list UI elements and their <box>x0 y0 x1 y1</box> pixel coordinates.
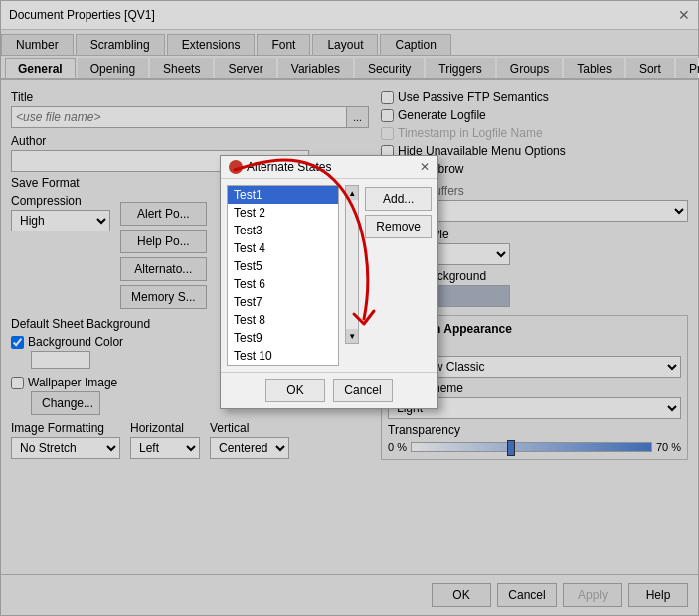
list-item-test8[interactable]: Test 8 <box>228 311 338 329</box>
dialog-footer: OK Cancel <box>221 372 437 408</box>
dialog-ok-button[interactable]: OK <box>265 379 325 402</box>
list-item-test5[interactable]: Test5 <box>228 257 338 275</box>
main-window: Document Properties [QV1] ✕ Number Scram… <box>0 0 699 616</box>
states-list[interactable]: Test1 Test 2 Test3 Test 4 Test5 Test 6 T… <box>227 185 339 366</box>
dialog-overlay: Alternate States ✕ Test1 Test 2 Test3 Te… <box>1 1 698 615</box>
list-scrollbar: ▲ ▼ <box>345 185 359 344</box>
list-item-test7[interactable]: Test7 <box>228 293 338 311</box>
add-button[interactable]: Add... <box>365 187 432 211</box>
list-item-test1[interactable]: Test1 <box>228 186 338 204</box>
list-item-test6[interactable]: Test 6 <box>228 275 338 293</box>
scroll-up-button[interactable]: ▲ <box>346 186 358 200</box>
dialog-icon <box>229 160 243 174</box>
scroll-down-button[interactable]: ▼ <box>346 329 358 343</box>
dialog-cancel-button[interactable]: Cancel <box>333 379 393 402</box>
dialog-close-button[interactable]: ✕ <box>420 160 430 174</box>
dialog-title-text: Alternate States <box>229 160 331 174</box>
remove-button[interactable]: Remove <box>365 215 432 238</box>
list-item-test10[interactable]: Test 10 <box>228 347 338 365</box>
dialog-scroll-col: ▲ ▼ <box>345 185 359 366</box>
dialog-body: Test1 Test 2 Test3 Test 4 Test5 Test 6 T… <box>221 179 437 372</box>
list-item-test2[interactable]: Test 2 <box>228 204 338 222</box>
list-item-test4[interactable]: Test 4 <box>228 239 338 257</box>
scroll-track <box>346 200 358 329</box>
list-item-test3[interactable]: Test3 <box>228 222 338 239</box>
dialog-title-label: Alternate States <box>247 160 331 174</box>
dialog-side-buttons: Add... Remove <box>365 185 432 366</box>
alternate-states-dialog: Alternate States ✕ Test1 Test 2 Test3 Te… <box>220 155 438 409</box>
list-with-scroll: Test1 Test 2 Test3 Test 4 Test5 Test 6 T… <box>227 185 339 366</box>
list-item-test9[interactable]: Test9 <box>228 329 338 347</box>
dialog-title-bar: Alternate States ✕ <box>221 156 437 179</box>
